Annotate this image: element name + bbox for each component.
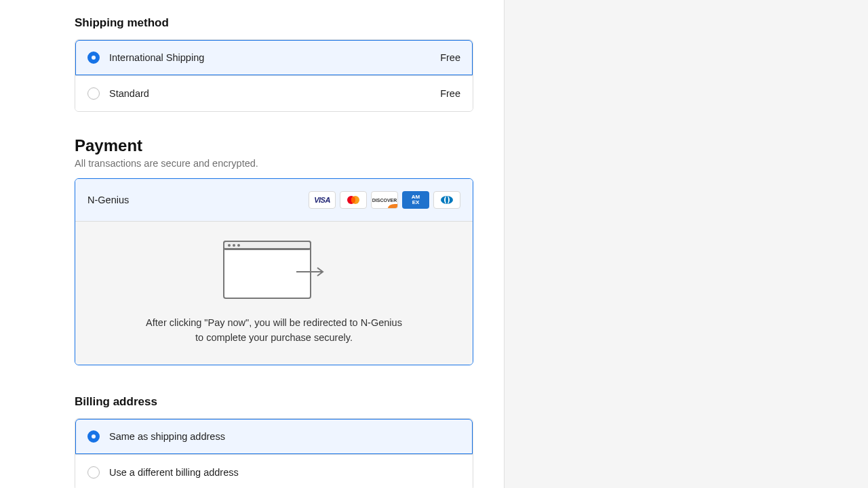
order-summary-panel xyxy=(505,0,868,488)
payment-method-header[interactable]: N-Genius VISA DISCOVER AMEX xyxy=(75,179,473,222)
billing-option-different[interactable]: Use a different billing address xyxy=(75,454,473,488)
shipping-option-international[interactable]: International Shipping Free xyxy=(75,40,473,75)
payment-method-block: N-Genius VISA DISCOVER AMEX xyxy=(75,178,473,365)
payment-heading: Payment xyxy=(75,136,473,155)
checkout-content: Shipping method International Shipping F… xyxy=(75,0,473,488)
mastercard-icon xyxy=(340,191,367,209)
shipping-method-group: International Shipping Free Standard Fre… xyxy=(75,39,473,112)
diners-icon xyxy=(433,191,460,209)
svg-point-9 xyxy=(228,244,231,247)
svg-point-10 xyxy=(233,244,235,247)
radio-checked-icon xyxy=(87,430,100,443)
shipping-option-price: Free xyxy=(440,52,460,63)
amex-icon: AMEX xyxy=(402,191,429,209)
billing-section: Billing address Same as shipping address… xyxy=(75,395,473,488)
svg-point-2 xyxy=(351,197,355,203)
visa-icon: VISA xyxy=(309,191,336,209)
svg-point-11 xyxy=(237,244,240,247)
shipping-method-heading: Shipping method xyxy=(75,16,473,30)
radio-unchecked-icon xyxy=(87,466,100,479)
shipping-option-label: Standard xyxy=(109,88,440,99)
svg-rect-8 xyxy=(224,248,311,249)
payment-subtext: All transactions are secure and encrypte… xyxy=(75,158,473,169)
payment-redirect-message: After clicking "Pay now", you will be re… xyxy=(145,315,403,346)
redirect-illustration-icon xyxy=(223,241,325,303)
shipping-option-label: International Shipping xyxy=(109,52,440,63)
svg-point-5 xyxy=(446,196,448,204)
radio-checked-icon xyxy=(87,52,100,64)
payment-method-body: After clicking "Pay now", you will be re… xyxy=(75,222,473,365)
billing-option-label: Use a different billing address xyxy=(109,467,460,478)
billing-address-group: Same as shipping address Use a different… xyxy=(75,418,473,488)
billing-option-same[interactable]: Same as shipping address xyxy=(75,419,473,454)
shipping-option-standard[interactable]: Standard Free xyxy=(75,75,473,111)
billing-option-label: Same as shipping address xyxy=(109,431,460,442)
payment-method-name: N-Genius xyxy=(87,195,309,205)
billing-address-heading: Billing address xyxy=(75,395,473,409)
discover-icon: DISCOVER xyxy=(371,191,398,209)
radio-unchecked-icon xyxy=(87,87,100,100)
checkout-left-panel: Shipping method International Shipping F… xyxy=(0,0,505,488)
accepted-cards: VISA DISCOVER AMEX xyxy=(309,191,460,209)
shipping-option-price: Free xyxy=(440,88,460,99)
